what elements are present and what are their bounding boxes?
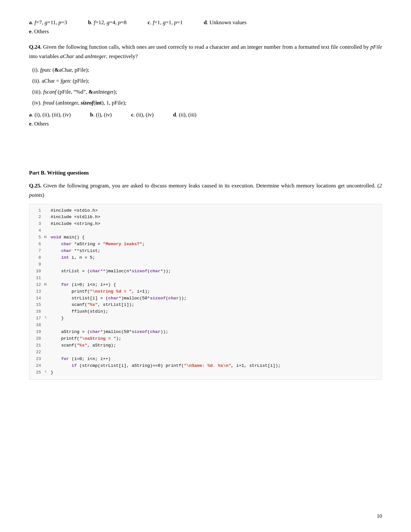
q24-items: (i). fputc (&aChar, pFile); (ii). aChar …	[32, 65, 382, 108]
q24-label: Q.24.	[29, 44, 42, 50]
code-line-17: 17 └ }	[29, 315, 382, 322]
code-line-21: 21 scanf("%s", aString);	[29, 342, 382, 349]
q24-answer-b: b. (i), (iv)	[90, 112, 112, 118]
q24-answer-d: d. (ii), (iii)	[173, 112, 196, 118]
q23-option-a: a. f=7, g=11, p=3	[29, 19, 67, 26]
q24-others: e. Others	[29, 121, 382, 127]
code-line-5: 5 ⊟ void main() {	[29, 234, 382, 241]
code-line-9: 9	[29, 261, 382, 268]
code-block: 1 #include <stdio.h> 2 #include <stdlib.…	[29, 204, 382, 380]
code-line-24: 24 if (strcmp(strList[i], aString)==0) p…	[29, 363, 382, 369]
q24-answers-row: a. (i), (ii), (iii), (iv) b. (i), (iv) c…	[29, 112, 382, 118]
partb-heading: Part B. Writing questions	[29, 170, 382, 176]
code-line-2: 2 #include <stdlib.h>	[29, 214, 382, 221]
q24-block: Q.24. Given the following function calls…	[29, 43, 382, 127]
q24-item-iv: (iv). fread (anInteger, sizeof(int), 1, …	[32, 97, 382, 108]
code-line-12: 12 ⊟ for (i=0; i<n; i++) {	[29, 282, 382, 288]
q23-option-b: b. f=12, g=4, p=8	[83, 19, 126, 26]
code-line-22: 22	[29, 349, 382, 356]
code-line-25: 25 └ }	[29, 369, 382, 376]
code-line-13: 13 printf("\nstring %d = ", i+1);	[29, 288, 382, 295]
q25-text: Q.25. Given the following program, you a…	[29, 181, 382, 200]
page-content: a. f=7, g=11, p=3 b. f=12, g=4, p=8 c. f…	[29, 19, 382, 380]
code-line-15: 15 scanf("%s", strList[i]);	[29, 302, 382, 308]
code-line-10: 10 strList = (char**)malloc(n*sizeof(cha…	[29, 268, 382, 275]
code-line-16: 16 fflush(stdin);	[29, 308, 382, 315]
code-line-6: 6 char *aString = "Memory leaks?";	[29, 241, 382, 248]
q24-answer-a: a. (i), (ii), (iii), (iv)	[29, 112, 71, 118]
q24-item-i: (i). fputc (&aChar, pFile);	[32, 65, 382, 75]
code-line-1: 1 #include <stdio.h>	[29, 207, 382, 214]
q24-item-iii: (iii). fscanf (pFile, “%d”, &anInteger);	[32, 86, 382, 97]
page-number: 10	[377, 513, 382, 519]
q25-block: Q.25. Given the following program, you a…	[29, 181, 382, 380]
q24-item-ii: (ii). aChar = fgetc (pFile);	[32, 75, 382, 86]
code-line-4: 4	[29, 227, 382, 234]
code-line-14: 14 strList[i] = (char*)malloc(50*sizeof(…	[29, 295, 382, 302]
code-line-3: 3 #include <string.h>	[29, 221, 382, 227]
q23-option-c: c. f=1, g=1, p=1	[142, 19, 183, 26]
code-line-19: 19 aString = (char*)malloc(50*sizeof(cha…	[29, 329, 382, 336]
q23-answers-row: a. f=7, g=11, p=3 b. f=12, g=4, p=8 c. f…	[29, 19, 382, 26]
code-line-18: 18	[29, 322, 382, 329]
code-line-7: 7 char **strList;	[29, 248, 382, 255]
q25-label: Q.25.	[29, 183, 42, 189]
q24-text: Q.24. Given the following function calls…	[29, 43, 382, 61]
code-line-20: 20 printf("\naString = ");	[29, 336, 382, 342]
q23-others: e. Others	[29, 28, 382, 35]
code-line-8: 8 int i, n = 5;	[29, 255, 382, 261]
q24-answer-c: c. (ii), (iv)	[131, 112, 154, 118]
q23-option-d: d. Unknown values	[198, 19, 246, 26]
code-line-23: 23 for (i=0; i<n; i++)	[29, 356, 382, 363]
code-line-11: 11	[29, 275, 382, 282]
